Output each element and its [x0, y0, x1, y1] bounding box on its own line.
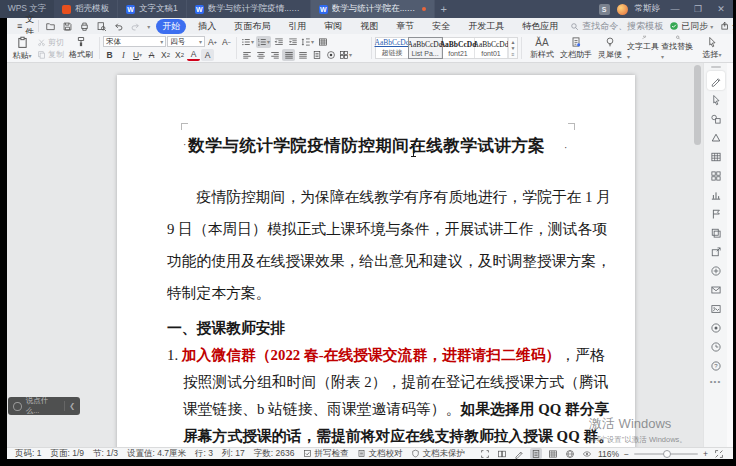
- zoom-slider-knob[interactable]: [663, 450, 671, 458]
- numbering-button[interactable]: ▾: [256, 36, 271, 48]
- collapse-left-icon[interactable]: ❮: [69, 402, 75, 410]
- edit-pen-icon[interactable]: [707, 71, 725, 90]
- restore-button[interactable]: ❐: [690, 4, 706, 14]
- sync-status-button[interactable]: 已同步▾: [669, 20, 713, 33]
- grow-font-button[interactable]: A+: [206, 36, 219, 48]
- envelope-icon[interactable]: [707, 280, 725, 299]
- print-icon[interactable]: [79, 20, 90, 32]
- shading-button[interactable]: [324, 49, 337, 61]
- align-left-button[interactable]: [240, 49, 253, 61]
- sidebar-handle[interactable]: [711, 66, 721, 68]
- distribute-button[interactable]: [296, 49, 309, 61]
- font-name-select[interactable]: 宋体▾: [103, 36, 166, 47]
- docer-shell-icon[interactable]: [707, 128, 725, 147]
- command-search[interactable]: 查找命令、搜索模板: [570, 20, 663, 33]
- fullscreen-view-icon[interactable]: [479, 448, 491, 459]
- justify-button[interactable]: [282, 49, 295, 61]
- tab-docer-home[interactable]: 稻壳模板: [54, 0, 118, 18]
- subscript-button[interactable]: X2: [173, 49, 186, 61]
- style-font21[interactable]: AaBbCcDd font21: [442, 38, 475, 58]
- member-badge[interactable]: S: [599, 4, 610, 15]
- increase-indent-button[interactable]: [286, 36, 299, 48]
- menu-home[interactable]: 开始: [156, 19, 186, 34]
- style-hyperlink[interactable]: AaBbCcDd 超链接: [376, 38, 409, 58]
- border-grid-button[interactable]: ▾: [338, 49, 353, 61]
- zoom-out-button[interactable]: −: [624, 449, 629, 459]
- file-menu[interactable]: ≡ 文件: [13, 20, 39, 32]
- menu-insert[interactable]: 插入: [192, 19, 222, 34]
- tab-document-2[interactable]: W 数学与统计学院疫情...案20220106: [187, 0, 311, 18]
- tab-document-1[interactable]: W 文字文稿1: [118, 0, 187, 18]
- zoom-slider[interactable]: [634, 453, 698, 455]
- zoom-in-button[interactable]: +: [703, 449, 708, 459]
- export-icon[interactable]: [707, 242, 725, 261]
- format-painter-button[interactable]: 格式刷: [66, 35, 96, 61]
- strikethrough-button[interactable]: A: [145, 49, 158, 61]
- select-button[interactable]: 选择▾: [695, 35, 729, 61]
- close-button[interactable]: ✕: [713, 4, 729, 14]
- new-style-button[interactable]: ĂA新样式: [525, 35, 559, 61]
- menu-page-layout[interactable]: 页面布局: [228, 19, 276, 34]
- align-center-button[interactable]: [254, 49, 267, 61]
- quickbar-more-icon[interactable]: ▾: [147, 23, 150, 30]
- doc-proof-button[interactable]: 文档校对: [357, 448, 402, 460]
- image-icon[interactable]: [707, 299, 725, 318]
- borders-button[interactable]: [316, 36, 329, 48]
- paste-button[interactable]: 粘贴▾: [9, 35, 35, 61]
- vertical-scrollbar[interactable]: [694, 65, 701, 145]
- print-preview-icon[interactable]: [96, 20, 107, 32]
- decrease-indent-button[interactable]: [272, 36, 285, 48]
- menu-review[interactable]: 审阅: [318, 19, 348, 34]
- align-right-button[interactable]: [268, 49, 281, 61]
- document-page[interactable]: · 数学与统计学院疫情防控期间在线教学试讲方案 · 疫情防控期间，为保障在线教学…: [117, 75, 635, 447]
- font-color-button[interactable]: A: [187, 49, 200, 61]
- menu-dev-tools[interactable]: 开发工具: [462, 19, 510, 34]
- status-word-count[interactable]: 字数: 2636: [254, 448, 295, 460]
- clock-icon[interactable]: [707, 337, 725, 356]
- outline-view-icon[interactable]: [547, 448, 559, 459]
- menu-section[interactable]: 章节: [390, 19, 420, 34]
- help-icon[interactable]: [707, 356, 725, 375]
- undo-icon[interactable]: [113, 20, 124, 32]
- line-spacing-button[interactable]: ▾: [300, 36, 315, 48]
- paragraph-layout-button[interactable]: [310, 49, 323, 61]
- spell-check-button[interactable]: 拼写检查: [303, 448, 348, 460]
- cut-button[interactable]: 剪切: [35, 36, 66, 48]
- superscript-button[interactable]: X2: [159, 49, 172, 61]
- lingxi-note-button[interactable]: 灵犀便: [593, 35, 627, 61]
- apps-grid-icon[interactable]: [707, 166, 725, 185]
- char-shading-button[interactable]: A: [201, 49, 214, 61]
- two-page-view-icon[interactable]: [496, 448, 508, 459]
- find-replace-button[interactable]: 查找替换▾: [661, 35, 695, 61]
- chart-icon[interactable]: [707, 185, 725, 204]
- bullets-button[interactable]: ▾: [240, 36, 255, 48]
- bold-button[interactable]: B: [103, 49, 116, 61]
- user-avatar[interactable]: [617, 4, 628, 15]
- menu-special-apps[interactable]: 特色应用: [516, 19, 564, 34]
- redo-icon[interactable]: [130, 20, 141, 32]
- record-icon[interactable]: [707, 318, 725, 337]
- shapes-icon[interactable]: [707, 109, 725, 128]
- eye-protect-icon[interactable]: [581, 448, 593, 459]
- ink-view-icon[interactable]: [513, 448, 525, 459]
- danmaku-input-overlay[interactable]: 说点什么... ❮: [8, 397, 80, 415]
- minimize-button[interactable]: —: [667, 4, 683, 14]
- tab-document-3-active[interactable]: W 数学与统计学院在...20220106: [311, 0, 435, 18]
- plus-circle-icon[interactable]: [707, 261, 725, 280]
- text-tools-button[interactable]: 文字工具▾: [627, 35, 661, 61]
- shrink-font-button[interactable]: A−: [220, 36, 233, 48]
- style-font01[interactable]: AaBbCcDd font01: [475, 38, 508, 58]
- save-icon[interactable]: [62, 20, 73, 32]
- table-icon[interactable]: [707, 147, 725, 166]
- doc-assistant-button[interactable]: 文档助手: [559, 35, 593, 61]
- copy-button[interactable]: 复制: [35, 48, 66, 60]
- flag-icon[interactable]: [707, 204, 725, 223]
- layers-icon[interactable]: [707, 223, 725, 242]
- page-view-icon[interactable]: [530, 448, 542, 459]
- zoom-level[interactable]: 116%: [598, 449, 619, 459]
- fit-page-icon[interactable]: [713, 448, 725, 459]
- gallery-expand-icon[interactable]: ≡: [512, 51, 515, 57]
- style-list-paragraph[interactable]: AaBbCcDd List Pa...: [409, 38, 442, 58]
- new-tab-button[interactable]: +: [435, 0, 453, 18]
- open-icon[interactable]: [45, 20, 56, 32]
